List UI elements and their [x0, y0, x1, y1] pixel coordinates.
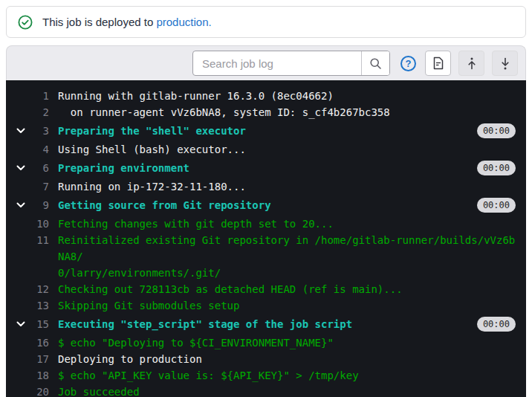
line-number-link[interactable]: 3 — [31, 123, 49, 139]
chevron-placeholder — [16, 104, 31, 120]
log-line-text: Checking out 728113cb as detached HEAD (… — [58, 281, 403, 297]
log-section-header-row[interactable]: 9Getting source from Git repository00:00 — [6, 197, 526, 213]
chevron-down-icon[interactable] — [16, 160, 31, 176]
scroll-up-icon — [467, 57, 477, 70]
chevron-placeholder — [16, 335, 31, 351]
line-number-link[interactable]: 20 — [31, 384, 49, 397]
log-line-row: 16$ echo "Deploying to ${CI_ENVIRONMENT_… — [6, 335, 526, 351]
banner-suffix: . — [209, 16, 212, 28]
scroll-down-icon — [500, 57, 510, 70]
log-line-text: Reinitialized existing Git repository in… — [58, 232, 516, 281]
search-input[interactable] — [193, 51, 361, 75]
log-line-row: 17Deploying to production — [6, 351, 526, 367]
log-line-text: Job succeeded — [58, 384, 140, 397]
line-number-link[interactable]: 11 — [31, 232, 49, 248]
chevron-placeholder — [16, 216, 31, 232]
line-number-link[interactable]: 17 — [31, 351, 49, 367]
duration-badge: 00:00 — [477, 161, 516, 175]
chevron-placeholder — [16, 178, 31, 195]
log-line-text: Running with gitlab-runner 16.3.0 (8ec04… — [58, 88, 334, 104]
chevron-placeholder — [16, 88, 31, 104]
log-line-text: Running on ip-172-32-11-180... — [58, 178, 246, 195]
search-box — [192, 51, 390, 76]
log-line-text: Preparing environment — [58, 160, 189, 176]
environment-link[interactable]: production — [156, 16, 208, 28]
log-line-row: 11Reinitialized existing Git repository … — [6, 232, 526, 281]
log-line-text: on runner-agent vVz6bNA8, system ID: s_c… — [58, 104, 390, 120]
line-number-link[interactable]: 15 — [31, 316, 49, 332]
line-number-link[interactable]: 7 — [31, 178, 49, 195]
chevron-placeholder — [16, 351, 31, 367]
deployment-banner: This job is deployed to production. — [6, 6, 526, 38]
log-line-text: Preparing the "shell" executor — [58, 123, 246, 139]
line-number-link[interactable]: 18 — [31, 367, 49, 384]
line-number-link[interactable]: 2 — [31, 104, 49, 120]
job-log-panel: ? — [6, 45, 526, 397]
log-section-header-row[interactable]: 15Executing "step_script" stage of the j… — [6, 316, 526, 332]
log-line-row: 10Fetching changes with git depth set to… — [6, 216, 526, 232]
line-number-link[interactable]: 1 — [31, 88, 49, 104]
log-line-row: 4Using Shell (bash) executor... — [6, 141, 526, 158]
show-raw-log-button[interactable] — [425, 51, 451, 76]
file-lines-icon — [432, 57, 444, 70]
help-icon[interactable]: ? — [400, 56, 416, 71]
chevron-placeholder — [16, 281, 31, 297]
line-number-link[interactable]: 16 — [31, 335, 49, 351]
chevron-down-icon[interactable] — [16, 316, 31, 332]
line-number-link[interactable]: 10 — [31, 216, 49, 232]
search-icon[interactable] — [361, 51, 389, 75]
log-line-row: 13Skipping Git submodules setup — [6, 297, 526, 314]
line-number-link[interactable]: 13 — [31, 297, 49, 314]
chevron-placeholder — [16, 141, 31, 158]
check-circle-icon — [18, 15, 33, 30]
banner-message: This job is deployed to — [42, 16, 153, 28]
banner-text: This job is deployed to production. — [42, 16, 212, 28]
log-line-text: Skipping Git submodules setup — [58, 297, 239, 314]
job-log-toolbar: ? — [6, 45, 526, 80]
chevron-placeholder — [16, 232, 31, 248]
log-line-row: 18$ echo "API_KEY value is: ${API_KEY}" … — [6, 367, 526, 384]
line-number-link[interactable]: 9 — [31, 197, 49, 213]
line-number-link[interactable]: 4 — [31, 141, 49, 158]
chevron-down-icon[interactable] — [16, 123, 31, 139]
log-line-text: Deploying to production — [58, 351, 202, 367]
log-line-text: Executing "step_script" stage of the job… — [58, 316, 352, 332]
log-line-row: 7Running on ip-172-32-11-180... — [6, 178, 526, 195]
log-section-header-row[interactable]: 6Preparing environment00:00 — [6, 160, 526, 176]
log-line-text: Getting source from Git repository — [58, 197, 271, 213]
log-line-text: $ echo "API_KEY value is: ${API_KEY}" > … — [58, 367, 359, 384]
line-number-link[interactable]: 12 — [31, 281, 49, 297]
log-line-text: Fetching changes with git depth set to 2… — [58, 216, 334, 232]
duration-badge: 00:00 — [477, 198, 516, 213]
log-line-row: 2 on runner-agent vVz6bNA8, system ID: s… — [6, 104, 526, 120]
log-line-text: Using Shell (bash) executor... — [58, 141, 246, 158]
line-number-link[interactable]: 6 — [31, 160, 49, 176]
log-line-row: 1Running with gitlab-runner 16.3.0 (8ec0… — [6, 88, 526, 104]
job-log: 1Running with gitlab-runner 16.3.0 (8ec0… — [6, 80, 526, 397]
scroll-to-top-button[interactable] — [458, 51, 484, 76]
log-line-text: $ echo "Deploying to ${CI_ENVIRONMENT_NA… — [58, 335, 334, 351]
chevron-placeholder — [16, 297, 31, 314]
log-section-header-row[interactable]: 3Preparing the "shell" executor00:00 — [6, 123, 526, 139]
log-line-row: 12Checking out 728113cb as detached HEAD… — [6, 281, 526, 297]
duration-badge: 00:00 — [477, 317, 516, 332]
log-line-row: 20Job succeeded — [6, 384, 526, 397]
scroll-to-bottom-button[interactable] — [492, 51, 518, 76]
chevron-placeholder — [16, 367, 31, 384]
duration-badge: 00:00 — [477, 123, 516, 138]
chevron-down-icon[interactable] — [16, 197, 31, 213]
chevron-placeholder — [16, 384, 31, 397]
